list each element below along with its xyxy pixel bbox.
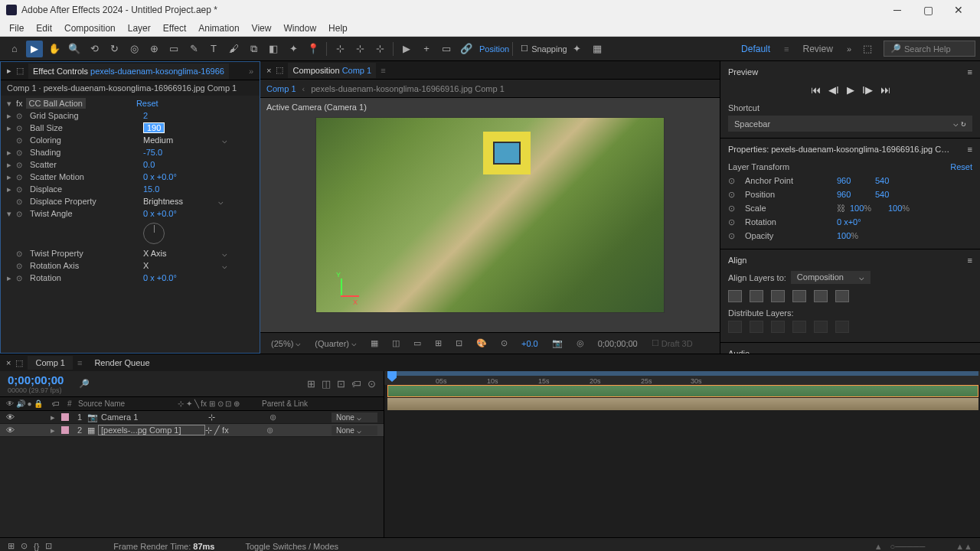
zoom-dropdown[interactable]: (25%) ⌵ [266, 337, 305, 350]
rotation-axis-dropdown[interactable]: X⌵ [143, 261, 227, 271]
parent-dropdown[interactable]: None ⌵ [332, 412, 377, 422]
stopwatch-icon[interactable]: ⊙ [16, 112, 27, 120]
stopwatch-icon[interactable]: ⊙ [16, 197, 27, 206]
stopwatch-icon[interactable]: ⊙ [16, 173, 27, 181]
orbit-tool[interactable]: ⟲ [86, 41, 103, 57]
stopwatch-icon[interactable]: ⊙ [728, 231, 745, 241]
pen-tool[interactable]: ✎ [185, 41, 202, 57]
home-tool[interactable]: ⌂ [6, 41, 23, 57]
workspace-default[interactable]: Default [733, 41, 778, 57]
panel-menu-icon[interactable]: ≡ [968, 145, 972, 154]
menu-animation[interactable]: Animation [192, 21, 245, 35]
visibility-toggle[interactable]: 👁 [6, 425, 17, 435]
layer-name[interactable]: [pexels-...pg Comp 1] [98, 425, 205, 435]
3d-local-axis[interactable]: ⊹ [332, 41, 348, 57]
twist-property-dropdown[interactable]: X Axis⌵ [143, 249, 227, 259]
toggle-region[interactable]: ▭ [409, 337, 426, 350]
sb-icon-1[interactable]: ⊞ [8, 541, 15, 551]
tl-icon-5[interactable]: ⊙ [368, 378, 376, 390]
align-left[interactable] [728, 290, 742, 302]
displace-property-dropdown[interactable]: Brightness⌵ [143, 197, 224, 207]
mode-link[interactable]: 🔗 [458, 41, 475, 57]
reset-link[interactable]: Reset [136, 99, 158, 108]
shortcut-dropdown[interactable]: Spacebar⌵ ↻ [728, 116, 972, 132]
scatter-value[interactable]: 0.0 [143, 160, 155, 169]
snap-opt1[interactable]: ✦ [569, 41, 586, 57]
menu-effect[interactable]: Effect [157, 21, 192, 35]
scatter-motion-value[interactable]: 0 x +0.0° [143, 172, 177, 181]
composition-tab[interactable]: Composition Comp 1 [288, 63, 376, 78]
menu-edit[interactable]: Edit [30, 21, 58, 35]
layer-bar-1[interactable] [387, 385, 978, 397]
stopwatch-icon[interactable]: ⊙ [16, 124, 27, 132]
composition-viewer[interactable]: Active Camera (Camera 1) Y X [260, 98, 720, 332]
toggle-grid[interactable]: ⊡ [451, 337, 467, 350]
panel-menu-icon[interactable]: ≡ [968, 256, 972, 265]
timeline-layer-1[interactable]: 👁 ▸ 1 📷 Camera 1 ⊹ ⊚ None ⌵ [0, 411, 384, 424]
tl-icon-2[interactable]: ◫ [322, 378, 331, 390]
twist-angle-value[interactable]: 0 x +0.0° [143, 209, 177, 218]
snapshot-button[interactable]: 📷 [547, 337, 567, 350]
eraser-tool[interactable]: ◧ [265, 41, 282, 57]
first-frame-button[interactable]: ⏮ [811, 84, 821, 96]
play-button[interactable]: ▶ [847, 84, 854, 96]
tl-icon-4[interactable]: 🏷 [351, 378, 361, 390]
scale-y[interactable]: 100% [888, 204, 926, 213]
current-time[interactable]: 0;00;00;00 [593, 337, 642, 350]
zoom-tool[interactable]: 🔍 [66, 41, 83, 57]
stopwatch-icon[interactable]: ⊙ [728, 176, 745, 186]
clone-tool[interactable]: ⧉ [245, 41, 262, 57]
displace-value[interactable]: 15.0 [143, 184, 159, 194]
collapse-toggle[interactable]: ▾ [7, 99, 16, 109]
roto-tool[interactable]: ✦ [285, 41, 302, 57]
color-mgmt-icon[interactable]: 🎨 [472, 337, 492, 350]
toggle-transparency[interactable]: ▦ [366, 337, 383, 350]
align-bottom[interactable] [835, 290, 849, 302]
menu-layer[interactable]: Layer [122, 21, 157, 35]
menu-help[interactable]: Help [322, 21, 354, 35]
panel-menu-icon[interactable]: ≡ [968, 67, 972, 77]
align-hcenter[interactable] [750, 290, 763, 302]
camera-tool[interactable]: ◎ [126, 41, 142, 57]
exposure-reset[interactable]: ⊙ [496, 337, 512, 350]
stopwatch-icon[interactable]: ⊙ [728, 204, 745, 214]
draft-3d-toggle[interactable]: ☐ Draft 3D [647, 337, 697, 350]
hand-tool[interactable]: ✋ [46, 41, 63, 57]
toggle-guides[interactable]: ⊞ [430, 337, 446, 350]
align-vcenter[interactable] [814, 290, 828, 302]
stopwatch-icon[interactable]: ⊙ [16, 136, 27, 145]
position-y[interactable]: 540 [875, 190, 913, 199]
shading-value[interactable]: -75.0 [143, 148, 162, 157]
anchor-y[interactable]: 540 [875, 176, 913, 185]
stopwatch-icon[interactable]: ⊙ [16, 262, 27, 270]
stopwatch-icon[interactable]: ⊙ [16, 185, 27, 194]
puppet-tool[interactable]: 📍 [305, 41, 322, 57]
last-frame-button[interactable]: ⏭ [880, 84, 890, 96]
show-snapshot[interactable]: ◎ [572, 337, 589, 350]
stopwatch-icon[interactable]: ⊙ [16, 161, 27, 169]
opacity-value[interactable]: 100% [837, 231, 875, 240]
visibility-toggle[interactable]: 👁 [6, 412, 17, 422]
timeline-search-icon[interactable]: 🔎 [79, 379, 90, 389]
timeline-tab-comp[interactable]: Comp 1 [28, 356, 73, 370]
effect-controls-tab[interactable]: Effect Controls pexels-duaenam-kosonglim… [28, 64, 229, 79]
shape-tool[interactable]: ▭ [165, 41, 182, 57]
workspace-review[interactable]: Review [795, 41, 841, 57]
layer-bar-2[interactable] [387, 398, 978, 410]
toggle-switches-modes[interactable]: Toggle Switches / Modes [245, 542, 338, 551]
layer-name[interactable]: Camera 1 [101, 412, 208, 422]
scale-x[interactable]: 100% [850, 204, 888, 213]
align-top[interactable] [792, 290, 806, 302]
twist-angle-dial[interactable] [143, 223, 165, 244]
stopwatch-icon[interactable]: ⊙ [16, 210, 27, 218]
timeline-zoom-out[interactable]: ▲ [874, 542, 883, 551]
timeline-zoom-in[interactable]: ▲▲ [956, 542, 972, 551]
menu-view[interactable]: View [246, 21, 278, 35]
snap-opt2[interactable]: ▦ [589, 41, 606, 57]
transform-reset[interactable]: Reset [950, 162, 972, 171]
rotation-tool[interactable]: ↻ [106, 41, 122, 57]
close-button[interactable]: ✕ [943, 0, 974, 20]
ball-size-input[interactable]: 190 [143, 122, 165, 133]
stopwatch-icon[interactable]: ⊙ [728, 217, 745, 227]
minimize-button[interactable]: ─ [882, 0, 913, 20]
